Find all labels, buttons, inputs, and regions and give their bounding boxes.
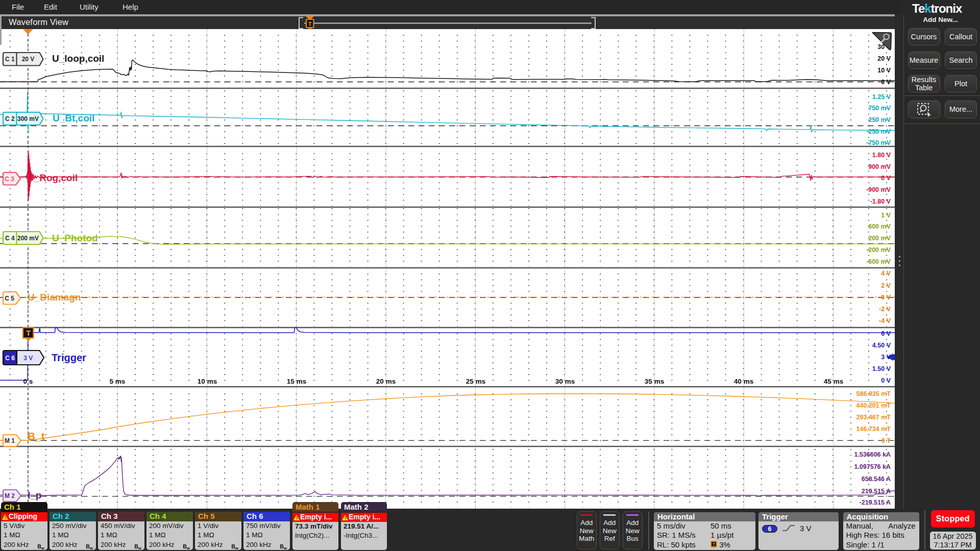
svg-text:C 5: C 5	[5, 294, 14, 302]
svg-text:20 V: 20 V	[22, 56, 35, 63]
svg-text:C 3: C 3	[5, 175, 14, 182]
svg-text:C 4: C 4	[5, 235, 15, 242]
svg-text:M 2: M 2	[5, 492, 15, 499]
svg-text:T: T	[308, 21, 312, 27]
svg-text:3 V: 3 V	[23, 355, 33, 362]
svg-text:T: T	[26, 329, 31, 337]
svg-text:M 1: M 1	[5, 437, 15, 444]
svg-text:C 6: C 6	[5, 355, 15, 362]
svg-text:200 mV: 200 mV	[17, 235, 39, 242]
svg-text:300 mV: 300 mV	[17, 115, 39, 122]
svg-text:C 1: C 1	[5, 56, 15, 63]
svg-text:C 2: C 2	[5, 115, 15, 122]
svg-text:T: T	[713, 541, 716, 546]
